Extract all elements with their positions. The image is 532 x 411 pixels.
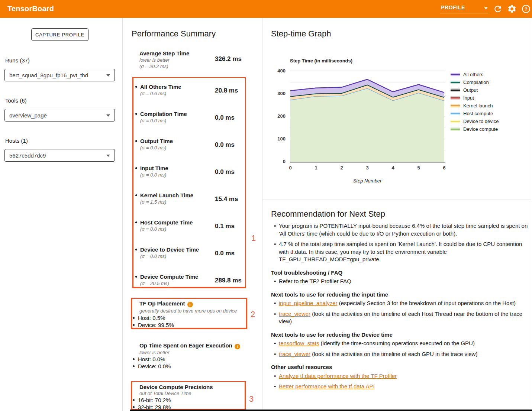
capture-profile-button[interactable]: CAPTURE PROFILE [31,28,88,41]
x-tick: 0 [287,165,294,171]
profile-dropdown-label: PROFILE [441,4,465,10]
legend-swatch [451,112,460,115]
metric-sigma: (σ = 0.0 ms) [140,172,166,178]
eager-subtitle: lower is better [139,350,170,355]
info-icon[interactable]: i [235,344,240,349]
metric-sigma: (σ = 0.0 ms) [140,118,166,123]
recommendation-title: Recommendation for Next Step [271,209,385,219]
bullet-dot: • [274,300,276,307]
eager-device: Device: 0.0% [133,363,171,369]
bullet-dot [135,249,137,250]
tf-op-placement-host: Host: 0.5% [133,315,165,321]
metric-row: Host Compute Time(σ = 0.0 ms)0.1 ms [134,219,245,236]
bullet-dot [135,221,137,223]
step-time-chart [290,71,445,163]
settings-gear-icon[interactable] [507,4,517,14]
recommendation-link[interactable]: Better performance with the tf.data API [279,383,375,389]
legend-swatch [451,104,460,107]
x-tick: 3 [364,165,371,171]
legend-item: Device to device [451,117,499,125]
legend-label: Device to device [463,119,499,124]
metric-row: Output Time(σ = 0.0 ms)0.0 ms [134,138,245,154]
x-tick: 2 [338,165,345,171]
recommendation-link[interactable]: Analyze tf.data performance with the TF … [279,373,397,379]
recommendation-body: •Your program is POTENTIALLY input-bound… [271,221,528,394]
metric-value: 0.0 ms [215,250,235,257]
legend-swatch [451,96,460,100]
legend-item: All others [451,71,499,78]
legend-item: Input [451,94,499,102]
legend-item: Device compute [451,125,499,133]
y-tick: 300 [273,91,286,96]
recommendation-text: Refer to the TF2 Profiler FAQ [279,278,351,284]
annotation-number-2: 2 [251,310,255,319]
profile-dropdown[interactable]: PROFILE [440,4,489,13]
metric-sigma: (σ = 0.0 ms) [140,226,166,232]
metric-value: 15.4 ms [215,195,238,203]
metric-row: Device Compute Time(σ = 20.5 ms)289.8 ms [134,274,245,290]
bottom-scrollbar[interactable] [130,410,532,411]
bullet-dot: • [274,240,276,248]
recommendation-link[interactable]: trace_viewer [279,311,310,317]
average-step-time-row: Average Step Time lower is better (σ = 2… [134,50,245,67]
metric-value: 0.0 ms [215,141,235,149]
legend-item: Host compute [451,110,499,117]
x-tick: 6 [441,165,448,171]
annotation-number-3: 3 [249,394,254,404]
bullet-dot [135,276,137,278]
metric-value: 0.1 ms [215,223,235,230]
recommendation-bullet: •Analyze tf.data performance with the TF… [271,372,528,380]
precisions-subtitle: out of Total Device Time [139,391,191,396]
tf-op-placement-device: Device: 99.5% [133,322,174,328]
tf-op-placement-subtitle: generally desired to have more ops on de… [139,308,237,314]
hosts-label: Hosts (1) [5,137,28,144]
metric-label: Device to Device Time [140,246,199,253]
middle-divider [262,18,262,411]
recommendation-text: (look at the activities on the timeline … [310,351,477,357]
app-header: TensorBoard PROFILE ? [0,0,532,18]
hosts-select[interactable]: 5627c5dd7dc9 [4,149,115,162]
recommendation-bullet: •Better performance with the tf.data API [271,383,528,391]
chevron-down-icon [106,74,110,77]
tools-label: Tools (6) [5,97,27,104]
recommendation-heading: Tool troubleshooting / FAQ [271,269,528,277]
recommendation-bullet: •Refer to the TF2 Profiler FAQ [271,278,528,285]
recommendation-text: (especially Section 3 for the breakdown … [338,300,516,306]
info-icon[interactable]: i [187,302,193,307]
help-icon[interactable]: ? [521,4,531,14]
legend-label: All others [463,72,483,77]
hosts-select-value: 5627c5dd7dc9 [9,152,46,159]
average-step-time-value: 326.2 ms [215,55,242,63]
bullet-dot [135,167,137,169]
legend-swatch [451,81,460,84]
metric-sigma: (σ = 1.5 ms) [140,199,166,205]
refresh-icon[interactable] [493,4,503,14]
y-tick: 200 [273,113,286,119]
legend-label: Host compute [463,111,493,116]
y-tick: 0 [273,159,286,164]
chart-axis-title: Step Time (in milliseconds) [290,58,352,64]
metric-sigma: (σ = 20.5 ms) [140,281,169,286]
legend-label: Input [463,95,474,101]
legend-swatch [451,73,460,76]
recommendation-link[interactable]: input_pipeline_analyzer [279,300,338,306]
metric-label: Output Time [140,138,173,144]
runs-select[interactable]: bert_squad_8gpu_fp16_pvt_thd [4,69,115,81]
metric-value: 20.8 ms [215,87,238,94]
chevron-down-icon [484,7,488,9]
legend-item: Kernel launch [451,102,499,110]
recommendation-heading: Next tools to use for reducing the Devic… [271,331,528,339]
legend-label: Output [463,87,478,93]
metric-value: 0.0 ms [215,168,235,176]
recommendation-link[interactable]: tensorflow_stats [279,340,319,346]
metric-row: Device to Device Time(σ = 0.0 ms)0.0 ms [134,246,245,263]
chevron-down-icon [106,155,110,157]
app-title: TensorBoard [7,4,54,13]
tools-select[interactable]: overview_page [4,109,115,122]
recommendation-text: (identify the time-consuming operations … [319,340,475,346]
recommendation-link[interactable]: trace_viewer [279,351,310,357]
legend-swatch [451,120,460,123]
bullet-dot: • [274,340,276,347]
average-step-time-sub1: lower is better [139,57,170,63]
bullet-dot [135,194,137,196]
